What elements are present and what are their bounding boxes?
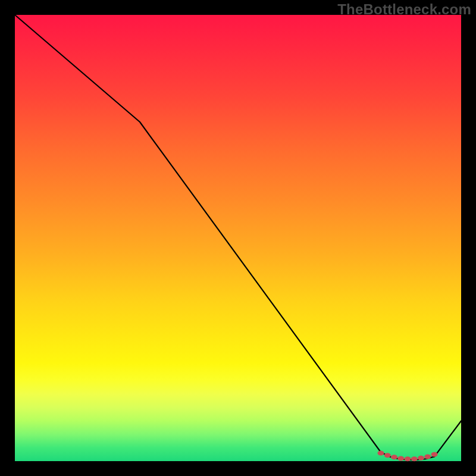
emphasis-dot [391, 455, 397, 459]
emphasis-dot [418, 456, 424, 461]
emphasis-dot [378, 451, 384, 456]
marker-group [378, 451, 438, 462]
value-curve-path [15, 15, 461, 460]
emphasis-dot [397, 456, 404, 461]
emphasis-dot [411, 456, 418, 461]
emphasis-dot [431, 452, 438, 457]
chart-svg [15, 15, 461, 461]
emphasis-dot [384, 453, 391, 458]
chart-container: TheBottleneck.com [0, 0, 476, 476]
line-series [15, 15, 461, 460]
emphasis-dot [405, 456, 411, 461]
emphasis-dot [424, 455, 431, 459]
